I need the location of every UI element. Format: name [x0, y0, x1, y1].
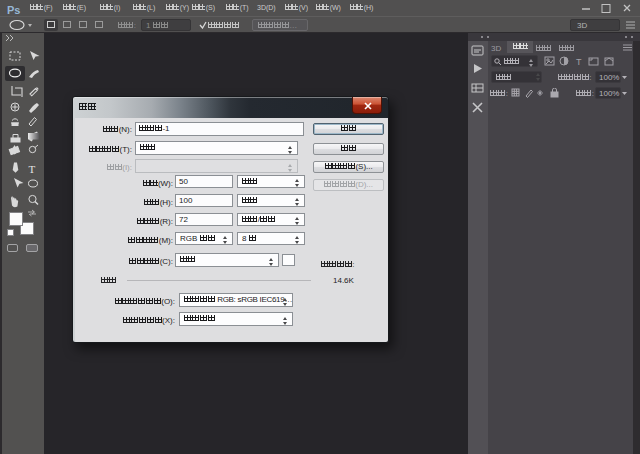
svg-text:T: T	[29, 163, 36, 175]
svg-text:T: T	[576, 57, 582, 66]
